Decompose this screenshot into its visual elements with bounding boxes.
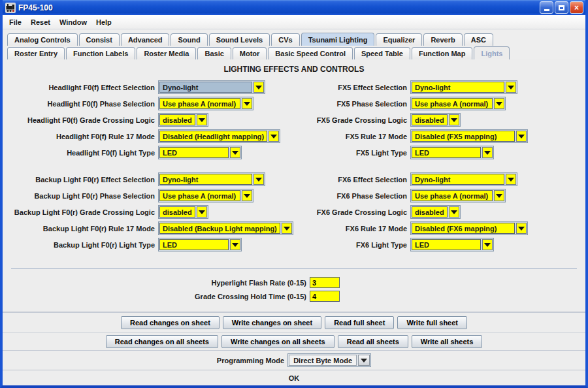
fx6-group: FX6 Effect Selection Dyno-light FX6 Phas… <box>294 172 585 251</box>
flash-rate-section: Hyperlight Flash Rate (0-15) Grade Cross… <box>3 277 585 302</box>
combo-arrow-button[interactable] <box>494 98 504 109</box>
headlight-rule17-combobox[interactable]: Disabled (Headlight mapping) <box>158 129 280 143</box>
tab-cvs[interactable]: CVs <box>271 33 299 46</box>
fx6-grade-crossing-combobox[interactable]: disabled <box>410 205 461 219</box>
control-row: FX6 Phase Selection Use phase A (normal) <box>294 189 585 202</box>
close-button[interactable]: × <box>570 1 583 14</box>
combo-arrow-button[interactable] <box>197 206 207 218</box>
combo-arrow-button[interactable] <box>242 190 252 201</box>
control-label: FX6 Rule 17 Mode <box>294 225 410 233</box>
write-changes-on-sheet-button[interactable]: Write changes on sheet <box>223 316 321 329</box>
tab-equalizer[interactable]: Equalizer <box>376 33 422 46</box>
headlight-effect-combobox[interactable]: Dyno-light <box>158 80 265 94</box>
combo-arrow-button[interactable] <box>197 114 207 125</box>
tab-row-1: Analog Controls Consist Advanced Sound S… <box>3 32 585 46</box>
fx6-light-type-combobox[interactable]: LED <box>410 238 494 251</box>
backup-phase-combobox[interactable]: Use phase A (normal) <box>158 189 253 202</box>
fx5-light-type-combobox[interactable]: LED <box>410 146 494 159</box>
backup-light-type-combobox[interactable]: LED <box>158 238 242 251</box>
fx6-effect-combobox[interactable]: Dyno-light <box>410 172 517 186</box>
tab-reverb[interactable]: Reverb <box>423 33 462 46</box>
maximize-button[interactable] <box>555 1 568 14</box>
control-label: Backup Light F0(r) Effect Selection <box>3 176 158 184</box>
divider <box>11 268 577 269</box>
tab-tsunami-lighting[interactable]: Tsunami Lighting <box>301 33 375 46</box>
tab-function-map[interactable]: Function Map <box>412 47 473 59</box>
combo-arrow-button[interactable] <box>506 174 516 185</box>
combo-arrow-button[interactable] <box>230 147 240 158</box>
headlight-group: Headlight F0(f) Effect Selection Dyno-li… <box>3 80 294 159</box>
control-row: Backup Light F0(r) Rule 17 Mode Disabled… <box>3 221 294 235</box>
programming-mode-label: Programming Mode <box>217 357 284 364</box>
combo-arrow-button[interactable] <box>516 131 527 142</box>
tab-asc[interactable]: ASC <box>464 33 493 46</box>
menu-help[interactable]: Help <box>91 16 116 28</box>
combo-arrow-button[interactable] <box>358 355 370 366</box>
control-row: FX5 Grade Crossing Logic disabled <box>294 113 585 127</box>
fx5-effect-combobox[interactable]: Dyno-light <box>410 80 517 94</box>
combo-arrow-button[interactable] <box>253 82 264 93</box>
tab-consist[interactable]: Consist <box>79 33 120 46</box>
fx5-phase-combobox[interactable]: Use phase A (normal) <box>410 97 506 110</box>
read-changes-on-sheet-button[interactable]: Read changes on sheet <box>121 316 220 329</box>
combo-arrow-button[interactable] <box>282 223 292 234</box>
combo-arrow-button[interactable] <box>516 223 527 234</box>
chevron-down-icon <box>508 178 514 182</box>
combo-arrow-button[interactable] <box>269 131 279 142</box>
read-all-sheets-button[interactable]: Read all sheets <box>338 335 408 348</box>
combo-arrow-button[interactable] <box>494 190 504 201</box>
write-full-sheet-button[interactable]: Write full sheet <box>397 316 467 329</box>
tab-analog-controls[interactable]: Analog Controls <box>7 33 78 46</box>
chevron-down-icon <box>199 118 205 122</box>
tab-roster-media[interactable]: Roster Media <box>137 47 196 59</box>
combo-arrow-button[interactable] <box>253 174 264 185</box>
backup-grade-crossing-combobox[interactable]: disabled <box>158 205 208 219</box>
status-bar: OK <box>3 370 585 385</box>
headlight-grade-crossing-combobox[interactable]: disabled <box>158 113 208 127</box>
tab-basic[interactable]: Basic <box>197 47 231 59</box>
fx5-grade-crossing-combobox[interactable]: disabled <box>410 113 461 127</box>
combo-arrow-button[interactable] <box>482 147 493 158</box>
hyperlight-flash-rate-input[interactable] <box>310 277 340 288</box>
titlebar[interactable]: FP45-100 × <box>3 0 585 15</box>
minimize-button[interactable] <box>540 1 553 14</box>
write-all-sheets-button[interactable]: Write all sheets <box>412 335 483 348</box>
grade-crossing-hold-time-input[interactable] <box>310 291 340 302</box>
tab-speed-table[interactable]: Speed Table <box>354 47 410 59</box>
chevron-down-icon <box>255 86 262 89</box>
tab-roster-entry[interactable]: Roster Entry <box>7 47 65 59</box>
tab-basic-speed-control[interactable]: Basic Speed Control <box>268 47 353 59</box>
fx6-rule17-combobox[interactable]: Disabled (FX6 mapping) <box>410 221 528 235</box>
combo-arrow-button[interactable] <box>482 239 493 250</box>
tab-advanced[interactable]: Advanced <box>121 33 170 46</box>
write-changes-on-all-sheets-button[interactable]: Write changes on all sheets <box>221 335 335 348</box>
fx6-phase-combobox[interactable]: Use phase A (normal) <box>410 189 506 202</box>
tab-function-labels[interactable]: Function Labels <box>66 47 135 59</box>
control-label: Backup Light F0(r) Light Type <box>3 241 158 249</box>
programming-mode-combobox[interactable]: Direct Byte Mode <box>287 353 371 367</box>
tab-motor[interactable]: Motor <box>233 47 267 59</box>
chevron-down-icon <box>244 102 250 106</box>
tab-sound-levels[interactable]: Sound Levels <box>209 33 270 46</box>
tab-row-2: Roster Entry Function Labels Roster Medi… <box>3 46 585 59</box>
fx5-rule17-combobox[interactable]: Disabled (FX5 mapping) <box>410 129 528 143</box>
combo-arrow-button[interactable] <box>506 82 516 93</box>
control-row: FX6 Rule 17 Mode Disabled (FX6 mapping) <box>294 221 585 235</box>
menu-window[interactable]: Window <box>55 16 91 28</box>
control-label: Headlight F0(f) Light Type <box>3 149 158 157</box>
combo-arrow-button[interactable] <box>242 98 252 109</box>
menu-file[interactable]: File <box>5 16 26 28</box>
backup-effect-combobox[interactable]: Dyno-light <box>158 172 265 186</box>
tab-lights[interactable]: Lights <box>474 46 510 59</box>
read-full-sheet-button[interactable]: Read full sheet <box>325 316 394 329</box>
headlight-phase-combobox[interactable]: Use phase A (normal) <box>158 97 253 110</box>
headlight-light-type-combobox[interactable]: LED <box>158 146 242 159</box>
menu-reset[interactable]: Reset <box>26 16 55 28</box>
tab-sound[interactable]: Sound <box>171 33 207 46</box>
combo-arrow-button[interactable] <box>230 239 240 250</box>
backup-rule17-combobox[interactable]: Disabled (Backup Light mapping) <box>158 221 293 235</box>
combo-arrow-button[interactable] <box>449 114 459 125</box>
control-row: FX6 Light Type LED <box>294 238 585 251</box>
read-changes-on-all-sheets-button[interactable]: Read changes on all sheets <box>106 335 218 348</box>
combo-arrow-button[interactable] <box>449 206 459 218</box>
